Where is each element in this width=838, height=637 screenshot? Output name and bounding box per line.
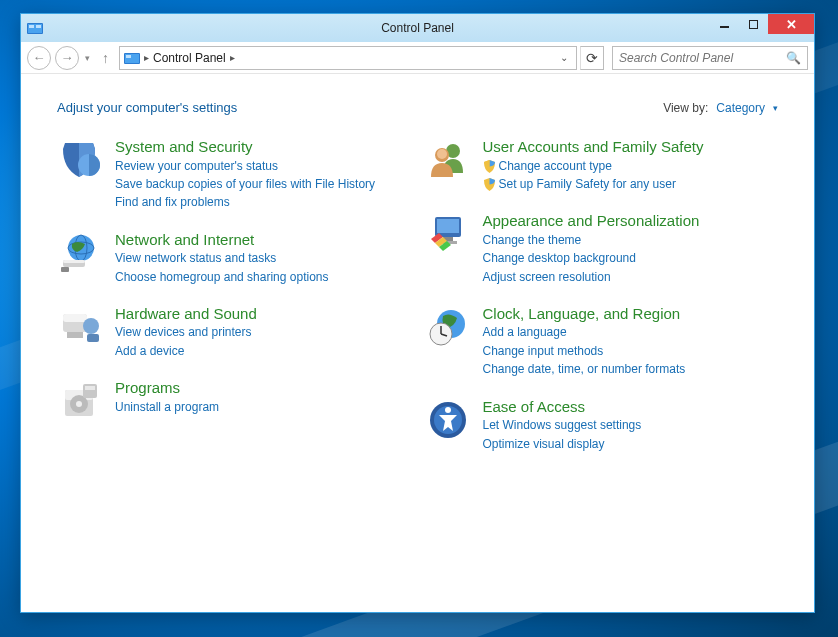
navigation-toolbar: ← → ▾ ↑ ▸ Control Panel ▸ ⌄ ⟳ 🔍	[21, 42, 814, 74]
minimize-button[interactable]	[710, 14, 738, 34]
uac-shield-icon	[483, 160, 496, 173]
chevron-right-icon[interactable]: ▸	[144, 52, 149, 63]
category-link[interactable]: Review your computer's status	[115, 158, 375, 175]
category-link[interactable]: Choose homegroup and sharing options	[115, 269, 328, 286]
address-dropdown-icon[interactable]: ⌄	[556, 52, 572, 63]
category-title[interactable]: User Accounts and Family Safety	[483, 137, 704, 157]
svg-rect-6	[126, 55, 131, 58]
window-title: Control Panel	[21, 21, 814, 35]
refresh-button[interactable]: ⟳	[580, 46, 604, 70]
svg-point-17	[83, 318, 99, 334]
category-title[interactable]: Ease of Access	[483, 397, 642, 417]
svg-rect-15	[63, 314, 87, 322]
category-title[interactable]: Network and Internet	[115, 230, 328, 250]
appearance-icon	[425, 211, 471, 257]
category-link[interactable]: Optimize visual display	[483, 436, 642, 453]
clock-language-icon	[425, 304, 471, 350]
network-internet-icon	[57, 230, 103, 276]
close-button[interactable]: ✕	[768, 14, 814, 34]
category-title[interactable]: Appearance and Personalization	[483, 211, 700, 231]
svg-point-38	[445, 407, 451, 413]
maximize-button[interactable]	[738, 14, 768, 34]
hardware-sound-icon	[57, 304, 103, 350]
address-icon	[124, 51, 140, 65]
view-by-value[interactable]: Category	[716, 101, 765, 115]
category-title[interactable]: System and Security	[115, 137, 375, 157]
category-link[interactable]: Save backup copies of your files with Fi…	[115, 176, 375, 193]
category-title[interactable]: Hardware and Sound	[115, 304, 257, 324]
address-bar[interactable]: ▸ Control Panel ▸ ⌄	[119, 46, 577, 70]
svg-rect-24	[85, 386, 95, 390]
svg-rect-12	[63, 260, 85, 263]
svg-rect-3	[36, 25, 41, 28]
category-link[interactable]: Add a language	[483, 324, 686, 341]
view-by-label: View by:	[663, 101, 708, 115]
svg-rect-13	[61, 267, 69, 272]
uac-shield-icon	[483, 178, 496, 191]
forward-button[interactable]: →	[55, 46, 79, 70]
category-link[interactable]: Find and fix problems	[115, 194, 375, 211]
chevron-down-icon[interactable]: ▾	[773, 103, 778, 113]
category-system-security: System and Security Review your computer…	[57, 137, 411, 212]
titlebar[interactable]: Control Panel ✕	[21, 14, 814, 42]
page-heading: Adjust your computer's settings	[57, 100, 237, 115]
search-icon[interactable]: 🔍	[786, 51, 801, 65]
back-button[interactable]: ←	[27, 46, 51, 70]
svg-rect-29	[437, 219, 459, 233]
right-column: User Accounts and Family Safety Change a…	[425, 137, 779, 453]
category-link[interactable]: Change account type	[483, 158, 704, 175]
category-programs: Programs Uninstall a program	[57, 378, 411, 424]
category-title[interactable]: Clock, Language, and Region	[483, 304, 686, 324]
system-security-icon	[57, 137, 103, 183]
svg-point-22	[76, 401, 82, 407]
history-dropdown-icon[interactable]: ▾	[83, 53, 92, 63]
category-link[interactable]: View network status and tasks	[115, 250, 328, 267]
category-link[interactable]: Change desktop background	[483, 250, 700, 267]
category-link[interactable]: Change the theme	[483, 232, 700, 249]
search-input[interactable]	[619, 51, 786, 65]
svg-rect-2	[29, 25, 34, 28]
category-clock-language: Clock, Language, and Region Add a langua…	[425, 304, 779, 379]
left-column: System and Security Review your computer…	[57, 137, 411, 453]
category-link[interactable]: Change date, time, or number formats	[483, 361, 686, 378]
category-link[interactable]: Let Windows suggest settings	[483, 417, 642, 434]
control-panel-window: Control Panel ✕ ← → ▾ ↑ ▸ Control Panel …	[20, 13, 815, 613]
control-panel-icon	[27, 21, 43, 35]
svg-rect-16	[67, 332, 83, 338]
category-link[interactable]: Set up Family Safety for any user	[483, 176, 704, 193]
user-accounts-icon	[425, 137, 471, 183]
programs-icon	[57, 378, 103, 424]
category-link[interactable]: Uninstall a program	[115, 399, 219, 416]
category-link[interactable]: Adjust screen resolution	[483, 269, 700, 286]
category-link[interactable]: Change input methods	[483, 343, 686, 360]
category-appearance: Appearance and Personalization Change th…	[425, 211, 779, 286]
search-box[interactable]: 🔍	[612, 46, 808, 70]
chevron-right-icon[interactable]: ▸	[230, 52, 235, 63]
up-button[interactable]: ↑	[96, 50, 115, 66]
content-area: Adjust your computer's settings View by:…	[21, 74, 814, 612]
ease-of-access-icon	[425, 397, 471, 443]
svg-point-27	[437, 149, 447, 159]
category-ease-of-access: Ease of Access Let Windows suggest setti…	[425, 397, 779, 453]
category-hardware-sound: Hardware and Sound View devices and prin…	[57, 304, 411, 360]
category-title[interactable]: Programs	[115, 378, 219, 398]
breadcrumb[interactable]: Control Panel	[153, 51, 226, 65]
category-link[interactable]: Add a device	[115, 343, 257, 360]
view-by-control[interactable]: View by: Category ▾	[663, 101, 778, 115]
category-user-accounts: User Accounts and Family Safety Change a…	[425, 137, 779, 193]
category-network-internet: Network and Internet View network status…	[57, 230, 411, 286]
category-link[interactable]: View devices and printers	[115, 324, 257, 341]
window-controls: ✕	[710, 14, 814, 34]
svg-rect-18	[87, 334, 99, 342]
